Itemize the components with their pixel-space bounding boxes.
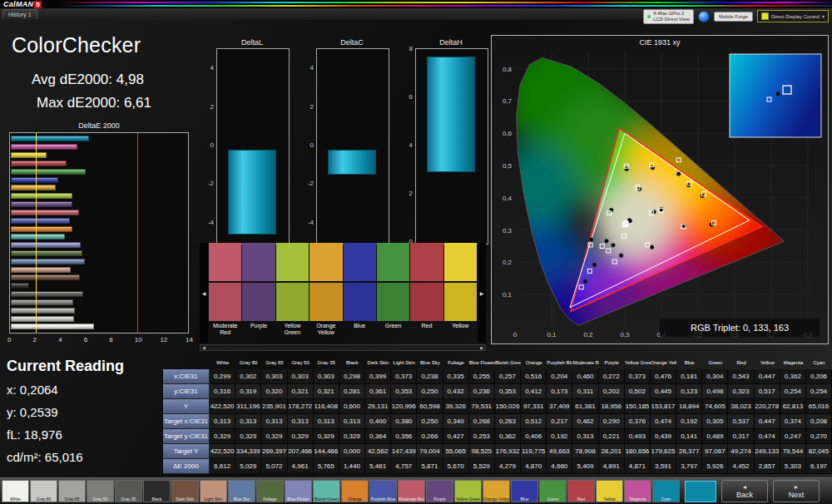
patch-button-light-skin[interactable]: Light Skin [200,480,227,502]
deltae-bar-row [11,177,187,183]
cie-y-tick: 0,6 [503,130,513,137]
column-header-blue: Blue [676,356,702,369]
row-header: y:CIE31 [163,384,210,399]
table-cell: 62,813 [780,399,806,414]
tab-history-1[interactable]: History 1 [2,9,37,19]
table-cell: 0,000 [339,444,365,459]
swatch-measured[interactable] [344,243,376,281]
swatch-measured[interactable] [377,243,409,281]
table-cell: 4,279 [495,459,521,474]
table-cell: 311,196 [235,399,261,414]
patch-button-cyan[interactable]: Cyan [652,480,680,502]
target-point [650,245,654,250]
next-button[interactable]: Next [773,480,820,502]
patch-button-orange-yellow[interactable]: Orange Yellow [483,480,510,502]
patch-button-blue-flower[interactable]: Blue Flower [285,480,312,502]
table-cell: 119,775 [521,444,547,459]
table-cell: 0,412 [521,384,547,399]
patch-button-label: Cyan [653,497,679,502]
table-cell: 0,321 [314,384,339,399]
patch-button-foliage[interactable]: Foliage [256,480,284,502]
table-cell: 0,290 [599,414,625,429]
deltal-chart: DeltaL 420-2-4 [198,38,291,248]
table-cell: 0,238 [417,369,443,384]
patch-button-black[interactable]: Black [143,480,171,502]
column-header-white: White [210,356,235,369]
back-button[interactable]: Back [721,480,768,502]
table-cell: 5,529 [469,459,495,474]
patch-button-blue[interactable]: Blue [511,480,538,502]
scrollbar-left-icon[interactable] [201,345,207,350]
patch-button-purplish-blue[interactable]: Purplish Blue [369,480,397,502]
table-cell: 79,531 [469,399,495,414]
deltae-bar-yellow-green [11,193,72,199]
scroll-left-icon[interactable] [200,243,208,343]
scroll-right-icon[interactable] [478,243,486,343]
table-cell: 0,305 [702,414,728,429]
table-cell: 0,268 [469,414,495,429]
swatch-measured[interactable] [276,243,309,281]
swatch-measured[interactable] [242,243,275,281]
swatch-measured[interactable] [444,243,477,281]
table-cell: 60,598 [417,399,443,414]
deltae-bar-magenta [11,144,77,150]
patch-button-yellow-green[interactable]: Yellow Green [454,480,482,502]
swatch-grid-scrollbar[interactable] [200,344,486,351]
top-toolbar: X-Rite i1Pro 2 LCD Direct View Mobile Fo… [643,9,829,24]
deltae-bar-row [11,324,187,329]
column-header-yellow-green: Yellow Green [625,356,651,369]
patch-button-label: Purple [427,497,453,502]
patch-button-moderate-red[interactable]: Moderate Red [398,480,425,502]
patch-button-magenta[interactable]: Magenta [624,480,651,502]
patch-button-white[interactable]: White [2,480,29,502]
patch-button-dark-skin[interactable]: Dark Skin [171,480,199,502]
patch-button-label: Black [144,497,170,502]
deltah-plot-area [415,48,488,245]
target-point [583,279,587,284]
scrollbar-right-icon[interactable] [478,345,485,350]
patch-button-blue-sky[interactable]: Blue Sky [228,480,255,502]
meter-button[interactable]: X-Rite i1Pro 2 LCD Direct View [643,9,694,24]
patch-button-purple[interactable]: Purple [426,480,453,502]
meter-connection-icon[interactable] [698,11,710,22]
patch-button-gray-65[interactable]: Gray 65 [58,480,86,502]
deltae-reference-line [137,133,138,333]
table-cell: 0,313 [210,414,235,429]
patch-button-gray-35[interactable]: Gray 35 [115,480,142,502]
table-row: x:CIE310,2990,3020,3030,3030,3030,2980,3… [163,369,832,384]
swatch-column-moderate-red: Moderate Red [209,243,241,343]
cie-diagram: 00,10,20,30,40,50,60,70,80,10,20,30,40,5… [492,36,828,343]
deltae-bar-white [11,324,94,329]
swatch-measured[interactable] [410,243,443,281]
cie-y-tick: 0,2 [503,259,513,266]
deltae-bar-dark-skin [11,274,80,280]
table-cell: 0,181 [676,369,702,384]
patch-button-gray-80[interactable]: Gray 80 [30,480,57,502]
patch-button-gray-50[interactable]: Gray 50 [87,480,114,502]
table-cell: 0,236 [469,384,495,399]
patch-button-yellow[interactable]: Yellow [596,480,623,502]
table-cell: 0,474 [755,429,780,444]
table-cell: 0,123 [676,384,702,399]
deltal-chart-title: DeltaL [216,38,288,47]
patch-button-orange[interactable]: Orange [341,480,369,502]
table-cell: 29,131 [365,399,391,414]
table-cell: 74,605 [702,399,728,414]
swatch-measured[interactable] [209,243,241,281]
delta-range-bar [427,57,475,172]
patch-button-green[interactable]: Green [539,480,567,502]
display-control-button[interactable]: Direct Display Control ▾ [757,10,829,22]
swatch-measured[interactable] [310,243,342,281]
patch-button-bluish-green[interactable]: Bluish Green [313,480,340,502]
patch-button-label: Yellow Green [455,497,481,502]
table-cell: 0,439 [651,429,676,444]
table-header-row: WhiteGray 80Gray 65Gray 50Gray 35BlackDa… [163,356,832,369]
table-cell: 0,304 [702,369,728,384]
row-header: Target x:CIE31 [163,414,210,429]
inset-target-point [776,92,780,96]
source-button[interactable]: Mobile Forge [714,12,753,22]
patch-button-red[interactable]: Red [567,480,595,502]
patch-button-label: Green [540,497,566,502]
table-cell: 4,891 [599,459,625,474]
table-cell: 269,397 [261,444,287,459]
